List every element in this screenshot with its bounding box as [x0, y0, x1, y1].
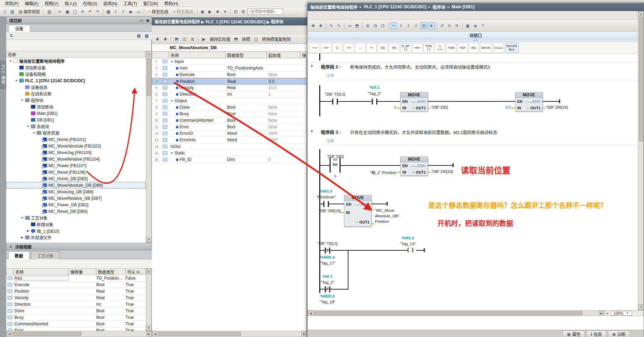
tree-expander-icon[interactable]: ▼ [21, 99, 24, 102]
tree-item-MC_MoveJog-FB1103-[interactable]: MC_MoveJog [FB1103] [6, 149, 146, 156]
menu-item-7[interactable]: 窗口(W) [141, 0, 161, 7]
tree-item-在线和诊断[interactable]: 在线和诊断 [6, 90, 146, 97]
expand-networks-icon[interactable]: ≣ [364, 22, 371, 29]
tree-item-MC_Power-FB1107-[interactable]: MC_Power [FB1107] [6, 162, 146, 169]
tree-item-MC_MoveAbsolute-FB1102-[interactable]: MC_MoveAbsolute [FB1102] [6, 143, 146, 149]
detail-row-Busy[interactable]: BusyBoolTrue [6, 314, 146, 321]
net2-collapse-icon[interactable]: ▼ [310, 64, 313, 68]
upload-icon[interactable]: ⇧ [120, 8, 127, 15]
detail-hscrollbar[interactable]: ◀ ▶ [6, 331, 152, 337]
detail-row-Position[interactable]: PositionRealTrue [6, 288, 146, 295]
net3-move4-in-operand[interactable]: "DB".DR[19] [310, 209, 341, 213]
tree-expander-icon[interactable]: ▼ [9, 59, 12, 63]
lad-breadcrumb[interactable]: 轴当前位置断电保持程序▶PLC_1 [CPU 1214C DC/DC/DC]▶程… [308, 3, 644, 11]
db-row-Input[interactable]: 1▼Input [152, 58, 307, 65]
start-cpu-icon[interactable]: ▶ [127, 8, 134, 15]
fav-ton-box[interactable]: TON [446, 43, 456, 53]
db-row-ErrorID[interactable]: 12ErrorIDWord16#0 [152, 130, 307, 137]
collapse-panel-icon[interactable]: ◀ [146, 18, 149, 23]
db-row-Execute[interactable]: 3ExecuteBoolfalse [152, 72, 307, 78]
tree-item-设备和网络[interactable]: 设备和网络 [6, 71, 146, 77]
db-row-CommandAborted[interactable]: 10CommandAbortedBoolfalse [152, 117, 307, 124]
split-horizontal-icon[interactable]: ⊟ [232, 8, 239, 15]
tree-item-MC_Reset_DB-DB4-[interactable]: MC_Reset_DB [DB4] [6, 208, 146, 215]
snapshot-button[interactable]: 快照 [242, 36, 250, 42]
fav-reset-coil[interactable]: (R) [389, 43, 399, 53]
fav-p-contact[interactable]: ⊣P⊢ [412, 43, 422, 53]
db-row-Output[interactable]: 7▼Output [152, 98, 307, 104]
db-row-Velocity[interactable]: 5VelocityReal10.0 [152, 85, 307, 91]
lad-zoom-control[interactable]: ▸ 100% ▼ [605, 310, 644, 316]
tree-export-icon[interactable]: ▩ [143, 32, 150, 39]
insert-network-icon[interactable]: ✚ [310, 22, 317, 29]
rt-icon[interactable]: ▭ [135, 8, 142, 15]
camera-icon[interactable]: ◫ [253, 36, 259, 43]
tree-item-MC_Home_DB-DB3-[interactable]: MC_Home_DB [DB3] [6, 175, 146, 182]
fav-calc-box[interactable]: CALC [493, 43, 504, 53]
lad-breadcrumb-segment-0[interactable]: 轴当前位置断电保持程序 [310, 4, 358, 10]
lad-breadcrumb-segment-3[interactable]: Main [OB1] [452, 4, 474, 9]
net3-rung3-p-contact2[interactable]: P [325, 286, 330, 292]
lad-canvas[interactable]: ▼ 程序段 2 : 断电保持完成后，才允许回原点。主动回原点，必须将启动轴设置成… [308, 54, 638, 310]
tree-expander-icon[interactable]: ▶ [26, 229, 30, 232]
lad-breadcrumb-segment-1[interactable]: PLC_1 [CPU 1214C DC/DC/DC] [364, 4, 426, 9]
cut-icon[interactable]: ✂ [56, 8, 63, 15]
tree-item-外部源文件[interactable]: ▶外部源文件 [6, 234, 146, 241]
tree-expander-icon[interactable]: ▼ [32, 131, 35, 134]
net3-output-coil[interactable]: ( ) [407, 247, 414, 252]
open-branches-icon[interactable]: ⇳ [398, 22, 404, 29]
net2-move2-box[interactable]: MOVE EN ENO IN ✳ OUT1 [515, 92, 543, 111]
detail-tab-data[interactable]: 数据 [8, 251, 30, 259]
modify-icon[interactable]: ◈ [472, 22, 479, 29]
menu-item-1[interactable]: 编辑(E) [22, 0, 41, 7]
net3-title[interactable]: 程序段 3 : [321, 129, 341, 135]
detail-scrollbar[interactable]: ▲ ▼ [146, 268, 152, 331]
net3-move3-box[interactable]: MOVE EN ENO IN ✳ OUT1 [400, 156, 428, 176]
lad-vscrollbar[interactable]: ▲ ▼ [638, 11, 644, 310]
rewire-icon[interactable]: ✎ [335, 22, 342, 29]
net3-firstscan-contact[interactable] [323, 201, 329, 207]
net3-rung3-contact2-operand[interactable]: "Tag_2" [308, 280, 348, 284]
menu-item-4[interactable]: 在线(O) [80, 0, 100, 7]
db-row-FB_ID[interactable]: 16FB_IDDInt0 [152, 156, 307, 163]
net3-coil-operand[interactable]: "Tag_14" [387, 242, 429, 246]
keep-actual-values-icon[interactable]: ⬒ [173, 36, 180, 43]
refresh-icon[interactable]: ⟳ [454, 22, 460, 29]
menu-item-0[interactable]: 项目(P) [2, 0, 21, 7]
fav-empty-box[interactable]: ?? [344, 43, 354, 53]
tree-item-添加新设备[interactable]: 添加新设备 [6, 64, 146, 71]
fav-tof-box[interactable]: TOF [457, 43, 468, 53]
fav-move-box[interactable]: MOVE [480, 43, 492, 53]
fav-nc-contact[interactable]: ⊣/⊢ [321, 43, 331, 53]
detail-row-CommandAborted[interactable]: CommandAbortedBoolTrue [6, 321, 146, 327]
detail-col-name[interactable]: 名称 [14, 268, 69, 275]
block-interface-bar[interactable]: 块接口 [308, 32, 644, 39]
tab-properties[interactable]: ▣属性 [563, 330, 585, 337]
tree-item-程序资源[interactable]: ▼程序资源 [6, 130, 146, 136]
collapse-detail-icon[interactable]: ∨ [9, 244, 12, 249]
save-project-button[interactable]: ▤保存项目 [16, 8, 42, 15]
net2-description[interactable]: 断电保持完成后，才允许回原点。主动回原点，必须将启动轴设置成模式3 [350, 64, 490, 70]
new-project-icon[interactable]: ▯ [1, 8, 8, 15]
tab-diagnostics[interactable]: ◉诊断 [608, 330, 630, 337]
menu-item-3[interactable]: 插入(I) [62, 0, 79, 7]
monitoring-onoff-icon[interactable]: ▣ [464, 22, 471, 29]
zoom-expand-icon[interactable]: ▸ [607, 312, 609, 315]
net3-edge-mem1-operand[interactable]: "Tag_17" [308, 261, 348, 265]
cross-reference-icon[interactable]: ✕ [222, 8, 229, 15]
tree-table-view-icon[interactable]: ▦ [135, 32, 142, 39]
net3-compare-value[interactable]: 3 [330, 174, 341, 178]
print-icon[interactable]: ▥ [46, 8, 53, 15]
expand-members-icon[interactable]: ≣ [189, 36, 196, 43]
tree-item-轴当前位置断电保持程序[interactable]: ▼轴当前位置断电保持程序 [6, 58, 146, 64]
db-row-Axis[interactable]: 2AxisTO_PositioningAxis [152, 65, 307, 72]
fav-move-blk-box[interactable]: MOVE▾BLK [505, 43, 519, 53]
download-icon[interactable]: ⇩ [112, 8, 119, 15]
detail-col-type[interactable]: 数据类型 [96, 268, 125, 275]
tree-expander-icon[interactable]: ▶ [21, 236, 24, 239]
section-expand-icon[interactable]: ▼ [170, 99, 173, 102]
tree-item-MC_MoveRelative-FB1104-[interactable]: MC_MoveRelative [FB1104] [6, 156, 146, 162]
menu-item-2[interactable]: 视图(V) [42, 0, 61, 7]
tree-item-PLC_1-CPU-1214C-DC-DC-DC-[interactable]: ▼PLC_1 [CPU 1214C DC/DC/DC] [6, 77, 146, 84]
keep-values-icon[interactable]: ⬒ [354, 22, 360, 29]
